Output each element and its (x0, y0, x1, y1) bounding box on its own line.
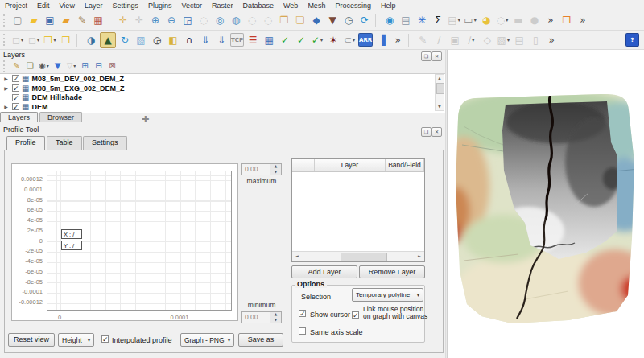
layer-visibility-checkbox[interactable]: ✓ (12, 84, 19, 92)
dock-tab-layers[interactable]: Layers (0, 112, 38, 122)
minimum-spinbox[interactable]: 0.00 ▲▼ (242, 311, 282, 323)
open-project-icon[interactable]: ▰ (27, 13, 41, 27)
layer-list-scrollbar[interactable]: ▲ ▼ (435, 74, 444, 111)
profile-layer-table[interactable]: LayerBand/Field ◄ ► (291, 158, 425, 262)
expand-all-icon[interactable]: ⊞ (79, 60, 91, 72)
profile-float-button[interactable]: ❏ (421, 127, 431, 137)
scroll-left-icon[interactable]: ◄ (292, 252, 302, 261)
zoom-in-icon[interactable]: ⊕ (148, 13, 163, 27)
invert-selection-icon[interactable]: ❒▾ (43, 33, 57, 47)
check-geometry-2-icon[interactable]: ✓ (294, 33, 308, 47)
field-calculator-dropdown-icon[interactable]: ▾ (458, 13, 460, 27)
remove-layer-icon[interactable]: ⊠ (106, 60, 118, 72)
collapse-all-icon[interactable]: ⊟ (93, 60, 105, 72)
attachments-plugin-icon[interactable]: ⊂▾ (342, 33, 357, 47)
help-icon[interactable]: ? (625, 33, 639, 47)
save-as-button[interactable]: Save as (238, 333, 283, 347)
export-format-combo[interactable]: Graph - PNG ▾ (180, 333, 234, 347)
menu-help[interactable]: Help (376, 2, 401, 10)
map-canvas[interactable] (448, 50, 644, 358)
identify-features-icon[interactable]: ◉ (382, 13, 397, 27)
table-header-blank[interactable] (292, 159, 303, 171)
reset-view-button[interactable]: Reset view (8, 333, 55, 347)
spin-arrows[interactable]: ▲▼ (270, 312, 281, 323)
geocoder-search-dropdown-icon[interactable]: ▾ (506, 13, 508, 27)
toolbar-overflow-4-icon[interactable]: » (544, 33, 559, 47)
profile-plot[interactable]: X : / Y : / 0.000120.00018e-056e-054e-05… (11, 163, 238, 321)
show-cursor-checkbox[interactable]: ✓ (299, 310, 306, 317)
minimum-value[interactable]: 0.00 (242, 312, 270, 323)
menu-raster[interactable]: Raster (207, 2, 238, 10)
link-mouse-checkbox[interactable]: ✓ (352, 311, 359, 319)
spin-arrows[interactable]: ▲▼ (270, 164, 281, 175)
arch-plugin-icon[interactable]: ∩ (182, 33, 196, 47)
processing-toolbox-icon[interactable]: ✳ (415, 13, 429, 27)
check-geometry-3-dropdown-icon[interactable]: ▾ (320, 33, 323, 47)
azimuth-distance-icon[interactable]: ◶ (150, 33, 164, 47)
new-3d-map-view-icon[interactable]: ❏ (293, 13, 308, 27)
menu-project[interactable]: Project (0, 2, 32, 10)
arr-plugin-icon[interactable]: ARR (358, 33, 373, 47)
manage-map-themes-dropdown-icon[interactable]: ▾ (47, 59, 49, 73)
scrollbar-thumb[interactable] (436, 83, 444, 94)
menu-mesh[interactable]: Mesh (303, 2, 330, 10)
dock-tab-browser[interactable]: Browser (39, 112, 82, 122)
profile-tab-settings[interactable]: Settings (83, 136, 127, 150)
filter-by-expression-dropdown-icon[interactable]: ▾ (73, 59, 76, 73)
qgis2threejs-icon[interactable]: ◧ (166, 33, 180, 47)
branch-arrow-icon[interactable]: ▶ (2, 104, 10, 109)
new-map-view-icon[interactable]: ❐ (277, 13, 291, 27)
new-print-layout-icon[interactable]: ✎ (75, 13, 89, 27)
menu-edit[interactable]: Edit (32, 2, 55, 10)
menu-processing[interactable]: Processing (330, 2, 376, 10)
new-spatial-bookmark-icon[interactable]: ◆ (309, 13, 324, 27)
pan-map-icon[interactable]: ✛ (116, 13, 130, 27)
profile-tab-table[interactable]: Table (47, 136, 82, 150)
toolbar-overflow-2-icon[interactable]: » (576, 13, 590, 27)
table-header-blank[interactable] (303, 159, 315, 171)
invert-selection-dropdown-icon[interactable]: ▾ (53, 33, 56, 47)
raster-transfer-tool-icon[interactable]: ▦ (262, 33, 276, 47)
delete-ring-dropdown-icon[interactable]: ▾ (507, 33, 510, 47)
deselect-features-dropdown-icon[interactable]: ▾ (37, 33, 39, 47)
measure-line-dropdown-icon[interactable]: ▾ (474, 13, 477, 27)
menu-settings[interactable]: Settings (107, 2, 143, 10)
show-bookmarks-icon[interactable]: ▼ (325, 13, 340, 27)
import-project-icon[interactable]: ⇓ (214, 33, 229, 47)
zoom-to-native-icon[interactable]: ◎ (213, 13, 227, 27)
profile-layers-tool-icon[interactable]: ☰ (246, 33, 260, 47)
toolbar-overflow-3-icon[interactable]: » (390, 33, 405, 47)
zoom-out-icon[interactable]: ⊖ (164, 13, 179, 27)
menu-vector[interactable]: Vector (176, 2, 207, 10)
python-console-icon[interactable]: ◑ (84, 33, 98, 47)
add-feature-dropdown-icon[interactable]: ▾ (472, 33, 474, 47)
open-attribute-table-icon[interactable]: ▤ (398, 13, 413, 27)
table-header-layer[interactable]: Layer (315, 159, 386, 171)
temporal-controller-icon[interactable]: ◷ (341, 13, 356, 27)
layers-float-button[interactable]: ❏ (421, 51, 431, 61)
add-layer-button[interactable]: Add Layer (291, 265, 357, 278)
menu-web[interactable]: Web (279, 2, 303, 10)
select-by-expression-icon[interactable]: ❒ (59, 33, 73, 47)
menu-layer[interactable]: Layer (80, 2, 108, 10)
import-layer-icon[interactable]: ⇓ (198, 33, 213, 47)
tcp-plugin-icon[interactable]: TCP (230, 33, 244, 47)
menu-view[interactable]: View (55, 2, 80, 10)
filter-legend-icon[interactable]: ▼ (52, 60, 64, 72)
layers-close-button[interactable]: ✕ (431, 51, 442, 61)
spin-down-icon[interactable]: ▼ (270, 170, 281, 175)
reload-plugin-icon[interactable]: ↻ (118, 33, 132, 47)
layer-name[interactable]: DEM (31, 103, 47, 111)
plugin-layers-tool-icon[interactable]: ❒ (559, 13, 574, 27)
layer-name[interactable]: DEM Hillshade (31, 93, 82, 101)
plot-type-combo[interactable]: Height ▾ (58, 333, 94, 347)
crayfish-plugin-icon[interactable]: ✶ (326, 33, 341, 47)
georeferencer-icon[interactable]: ▧ (134, 33, 148, 47)
scroll-up-icon[interactable]: ▲ (436, 75, 444, 82)
scroll-down-icon[interactable]: ▼ (436, 103, 444, 110)
menu-plugins[interactable]: Plugins (143, 2, 177, 10)
layer-visibility-checkbox[interactable]: ✓ (12, 103, 19, 110)
report-plugin-icon[interactable]: ▐ (374, 33, 389, 47)
new-project-icon[interactable]: ▢ (10, 13, 25, 27)
statistical-summary-icon[interactable]: Σ (431, 13, 445, 27)
